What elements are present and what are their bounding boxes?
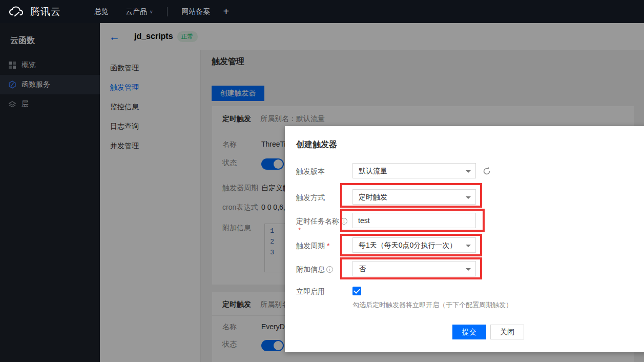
add-tab-icon[interactable]: +	[223, 6, 230, 17]
label-text: 附加信息	[296, 265, 325, 273]
label-enable-now: 立即启用	[296, 287, 351, 296]
nav-divider	[167, 7, 168, 16]
trigger-method-select[interactable]: 定时触发	[352, 189, 476, 205]
chevron-down-icon	[466, 245, 471, 247]
select-value: 定时触发	[359, 193, 387, 201]
close-button[interactable]: 关闭	[490, 325, 524, 339]
brand-name: 腾讯云	[30, 5, 61, 18]
enable-now-checkbox[interactable]	[352, 287, 361, 295]
label-task-name: 定时任务名称	[296, 217, 351, 234]
info-icon[interactable]	[341, 218, 347, 225]
cloud-logo-icon	[8, 6, 26, 18]
dialog-title: 创建触发器	[296, 139, 337, 150]
extra-info-select[interactable]: 否	[352, 261, 476, 276]
label-trigger-method: 触发方式	[296, 193, 351, 203]
enable-now-helper-text: 勾选后定时触发器将立即开启（于下个配置周期触发）	[352, 300, 512, 310]
nav-item-beian[interactable]: 网站备案	[182, 7, 211, 16]
submit-button[interactable]: 提交	[452, 325, 486, 339]
label-text: 定时任务名称	[296, 217, 339, 225]
select-value: 否	[359, 265, 366, 273]
trigger-cycle-select[interactable]: 每1天（每天0点0分执行一次）	[352, 237, 476, 253]
chevron-down-icon	[466, 196, 471, 199]
refresh-icon[interactable]	[482, 166, 492, 176]
chevron-down-icon: ∨	[150, 9, 153, 14]
select-value: 每1天（每天0点0分执行一次）	[359, 241, 456, 249]
top-navbar: 腾讯云 总览 云产品 ∨ 网站备案 +	[0, 0, 644, 23]
nav-item-cloud-products[interactable]: 云产品 ∨	[126, 7, 153, 16]
nav-products-label: 云产品	[126, 7, 147, 16]
nav-item-overview[interactable]: 总览	[94, 7, 109, 16]
task-name-input[interactable]	[352, 213, 476, 228]
tencent-cloud-logo[interactable]: 腾讯云	[8, 5, 61, 18]
label-extra-info: 附加信息	[296, 265, 351, 274]
label-trigger-version: 触发版本	[296, 167, 351, 176]
create-trigger-dialog: 创建触发器 触发版本 默认流量 触发方式 定时触发 定时任务名称 触发周期 每1…	[285, 126, 644, 352]
select-value: 默认流量	[359, 167, 387, 175]
trigger-version-select[interactable]: 默认流量	[352, 163, 476, 178]
chevron-down-icon	[466, 268, 471, 271]
info-icon[interactable]	[326, 266, 333, 273]
label-text: 触发周期	[296, 242, 325, 250]
label-trigger-cycle: 触发周期	[296, 242, 351, 251]
required-asterisk	[296, 226, 301, 234]
chevron-down-icon	[466, 170, 471, 173]
required-asterisk	[325, 242, 329, 250]
